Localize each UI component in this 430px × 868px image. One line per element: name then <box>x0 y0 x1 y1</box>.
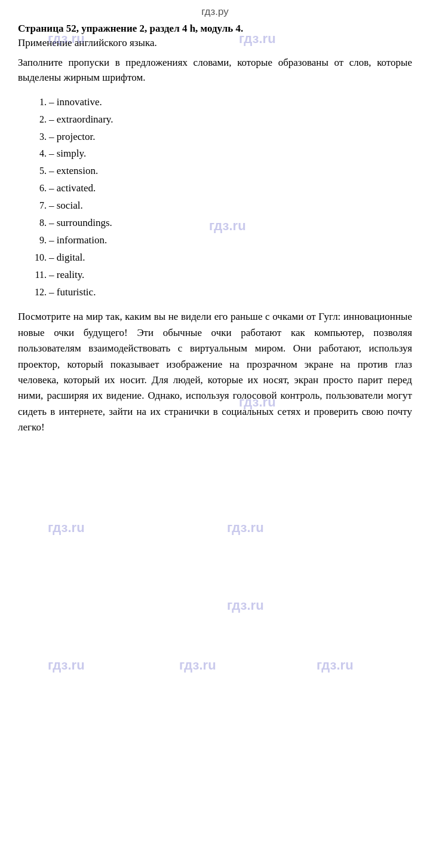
item-text: – social. <box>49 197 83 215</box>
item-number: 7. <box>30 197 47 213</box>
list-item: 5.– extension. <box>30 163 412 180</box>
item-text: – information. <box>49 232 107 249</box>
list-item: 7.– social. <box>30 197 412 215</box>
item-text: – futuristic. <box>49 284 96 301</box>
item-number: 3. <box>30 129 47 145</box>
list-item: 4.– simply. <box>30 145 412 163</box>
list-item: 12.– futuristic. <box>30 284 412 301</box>
item-text: – reality. <box>49 267 84 284</box>
item-text: – activated. <box>49 180 96 197</box>
item-number: 4. <box>30 145 47 161</box>
list-item: 3.– projector. <box>30 129 412 146</box>
item-number: 11. <box>30 267 47 283</box>
item-text: – simply. <box>49 145 86 163</box>
item-number: 8. <box>30 215 47 231</box>
main-description: Заполните пропуски в предложениях словам… <box>18 55 412 85</box>
item-number: 9. <box>30 232 47 248</box>
item-number: 1. <box>30 94 47 110</box>
list-item: 6.– activated. <box>30 180 412 197</box>
items-list: 1.– innovative.2.– extraordinary.3.– pro… <box>30 94 412 301</box>
bottom-paragraph: Посмотрите на мир так, каким вы не видел… <box>18 309 412 435</box>
item-text: – digital. <box>49 249 85 267</box>
item-number: 12. <box>30 284 47 300</box>
watermark-5: гдз.ru <box>48 520 85 536</box>
item-number: 2. <box>30 111 47 127</box>
watermark-6: гдз.ru <box>227 520 264 536</box>
item-number: 6. <box>30 180 47 196</box>
list-item: 10.– digital. <box>30 249 412 267</box>
item-number: 10. <box>30 249 47 265</box>
watermark-7: гдз.ru <box>227 598 264 613</box>
item-text: – innovative. <box>49 94 102 111</box>
list-item: 8.– surroundings. <box>30 215 412 232</box>
item-number: 5. <box>30 163 47 179</box>
subtitle: Применение английского языка. <box>18 37 412 49</box>
site-header: гдз.ру <box>18 6 412 18</box>
list-item: 1.– innovative. <box>30 94 412 111</box>
watermark-9: гдз.ru <box>179 658 216 673</box>
list-item: 11.– reality. <box>30 267 412 284</box>
list-item: 2.– extraordinary. <box>30 111 412 129</box>
item-text: – projector. <box>49 129 95 146</box>
item-text: – surroundings. <box>49 215 112 232</box>
item-text: – extraordinary. <box>49 111 113 129</box>
list-item: 9.– information. <box>30 232 412 249</box>
watermark-8: гдз.ru <box>48 658 85 673</box>
item-text: – extension. <box>49 163 98 180</box>
watermark-10: гдз.ru <box>317 658 354 673</box>
page-title: Страница 52, упражнение 2, раздел 4 h, м… <box>18 22 412 36</box>
